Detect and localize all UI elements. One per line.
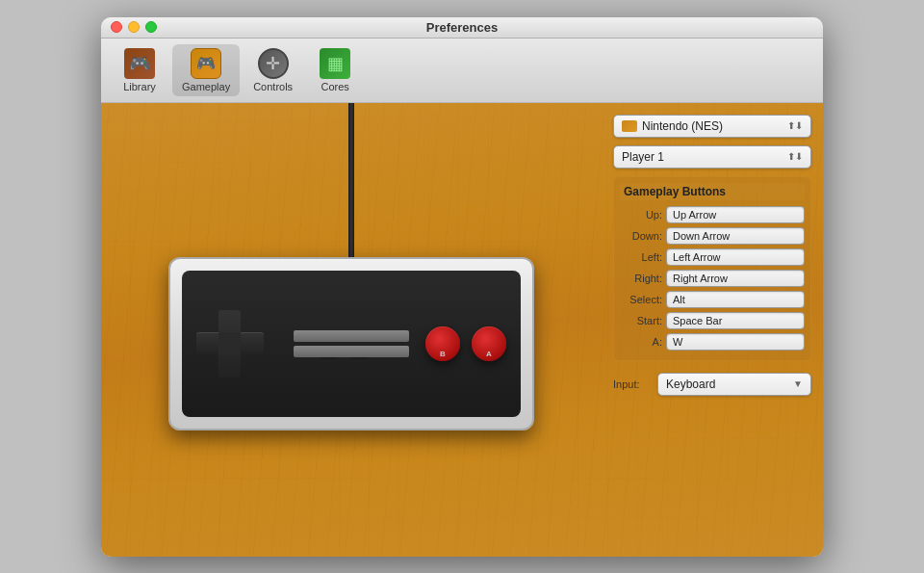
up-field[interactable]: Up Arrow [666,206,805,223]
console-dropdown[interactable]: Nintendo (NES) ⬆⬇ [613,115,811,138]
button-row-a: A: W [620,333,805,351]
down-field[interactable]: Down Arrow [666,227,805,245]
player-dropdown[interactable]: Player 1 ⬆⬇ [613,145,811,169]
input-dropdown[interactable]: Keyboard ▼ [657,373,811,396]
player-dropdown-arrow: ⬆⬇ [787,151,803,162]
down-label: Down: [620,230,662,242]
gameplay-icon [191,48,221,79]
controller-body: SELECT START B A [182,271,521,417]
controls-icon [258,48,289,79]
input-row: Input: Keyboard ▼ [613,373,811,396]
toolbar-label-gameplay: Gameplay [182,81,230,92]
right-panel: Nintendo (NES) ⬆⬇ Player 1 ⬆⬇ Gameplay B… [602,103,823,557]
button-row-left: Left: Left Arrow [620,248,805,266]
start-field[interactable]: Space Bar [666,312,805,329]
title-bar: Preferences [101,17,823,39]
window-title: Preferences [426,20,498,35]
a-label: A [486,350,492,358]
button-row-select: Select: Alt [620,291,805,308]
console-dropdown-arrow: ⬆⬇ [787,120,803,131]
controller-area: SELECT START B A [101,103,602,557]
select-label: Select: [620,294,662,305]
button-row-up: Up: Up Arrow [620,206,805,223]
player-dropdown-label: Player 1 [622,150,664,164]
right-label: Right: [620,273,662,284]
toolbar-item-library[interactable]: Library [111,44,168,96]
toolbar-item-cores[interactable]: Cores [306,44,364,96]
maximize-button[interactable] [145,21,157,33]
toolbar-item-controls[interactable]: Controls [244,44,302,96]
left-field[interactable]: Left Arrow [666,248,805,266]
left-label: Left: [620,251,662,263]
toolbar-item-gameplay[interactable]: Gameplay [172,44,240,96]
console-dropdown-label: Nintendo (NES) [642,119,723,133]
input-dropdown-label: Keyboard [666,378,715,391]
b-label: B [440,350,446,358]
up-label: Up: [620,209,662,221]
gray-strips [294,330,409,357]
a-field[interactable]: W [666,333,805,351]
button-row-down: Down: Down Arrow [620,227,805,245]
traffic-lights [111,21,157,33]
cores-icon [320,48,350,79]
dpad-center [218,332,241,354]
preferences-window: Preferences Library Gameplay Controls C [101,17,823,557]
nes-icon [622,120,637,132]
b-button[interactable]: B [425,326,460,361]
right-field[interactable]: Right Arrow [666,270,805,287]
a-button[interactable]: A [472,326,506,361]
ab-buttons: B A [425,326,506,361]
button-row-right: Right: Right Arrow [620,270,805,287]
button-row-start: Start: Space Bar [620,312,805,329]
center-controls: SELECT START [264,332,425,355]
gameplay-buttons-section: Gameplay Buttons Up: Up Arrow Down: Down… [613,176,811,361]
start-label: Start: [620,315,662,326]
content-area: SELECT START B A [101,103,823,557]
input-dropdown-arrow: ▼ [793,378,803,389]
nes-controller: SELECT START B A [168,257,534,430]
close-button[interactable] [111,21,122,33]
dpad [196,310,264,378]
gray-strip-2 [294,346,409,357]
input-label: Input: [613,378,652,390]
toolbar: Library Gameplay Controls Cores [101,39,823,103]
library-icon [124,48,155,79]
gray-strip-1 [294,330,409,342]
a-label-row: A: [620,336,662,348]
select-field[interactable]: Alt [666,291,805,308]
minimize-button[interactable] [128,21,140,33]
toolbar-label-controls: Controls [253,81,293,92]
gameplay-buttons-header: Gameplay Buttons [620,183,805,200]
toolbar-label-cores: Cores [321,81,348,92]
toolbar-label-library: Library [123,81,156,92]
